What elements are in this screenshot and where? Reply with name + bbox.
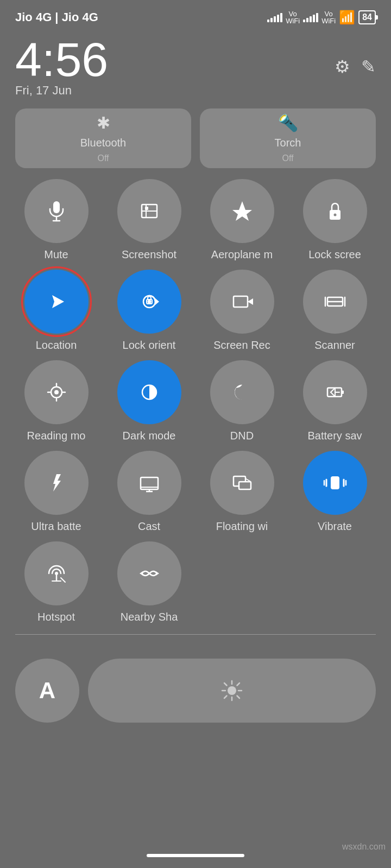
vibrate-label: Vibrate	[318, 520, 352, 533]
screenshot-tile[interactable]: Screenshot	[108, 179, 190, 261]
scanner-label: Scanner	[314, 339, 355, 352]
ultrabattery-label: Ultra batte	[31, 520, 81, 533]
location-icon	[45, 290, 68, 314]
svg-point-11	[147, 300, 151, 304]
darkmode-tile[interactable]: Dark mode	[108, 360, 190, 442]
hotspot-circle	[24, 541, 89, 605]
scanner-tile[interactable]: Scanner	[294, 270, 376, 352]
mute-circle	[24, 179, 89, 243]
lockorient-circle	[117, 270, 181, 334]
location-tile[interactable]: Location	[15, 270, 97, 352]
dnd-tile[interactable]: DND	[201, 360, 283, 442]
screenshot-label: Screenshot	[122, 248, 176, 261]
svg-rect-5	[145, 207, 148, 210]
wifi-icon: 📶	[339, 10, 355, 25]
location-circle	[24, 270, 89, 334]
svg-marker-14	[248, 298, 253, 305]
svg-marker-51	[140, 571, 143, 576]
lockscreen-icon	[323, 199, 347, 223]
settings-gear-icon[interactable]: ⚙	[335, 56, 350, 77]
darkmode-icon	[137, 380, 161, 404]
ultrabattery-circle	[24, 451, 89, 515]
aeroplane-circle	[210, 179, 274, 243]
lockscreen-tile[interactable]: Lock scree	[294, 179, 376, 261]
lockorient-icon	[137, 290, 161, 314]
svg-point-7	[333, 214, 336, 216]
batterysave-tile[interactable]: Battery sav	[294, 360, 376, 442]
tiles-row5: Hotspot Nearby Sha	[0, 541, 391, 623]
screenrec-tile[interactable]: Screen Rec	[201, 270, 283, 352]
status-icons: VoWiFi VoWiFi 📶 84	[267, 10, 376, 25]
floatingwin-tile[interactable]: Floating wi	[201, 451, 283, 533]
font-size-button[interactable]: A	[15, 659, 79, 723]
nearbyshare-icon	[137, 561, 161, 585]
screenrec-circle	[210, 270, 274, 334]
partial-tiles-row: ✱ Bluetooth Off 🔦 Torch Off	[0, 108, 391, 168]
svg-line-61	[224, 696, 227, 699]
tiles-row4: Ultra batte Cast Floating wi	[0, 451, 391, 533]
vibrate-tile[interactable]: Vibrate	[294, 451, 376, 533]
nav-bar	[147, 854, 244, 857]
screenshot-circle	[117, 179, 181, 243]
nearbyshare-circle	[117, 541, 181, 605]
bluetooth-label: Bluetooth	[80, 137, 127, 149]
time-action-icons: ⚙ ✎	[335, 56, 376, 77]
batterysave-label: Battery sav	[307, 430, 362, 442]
lockorient-label: Lock orient	[123, 339, 176, 352]
tiles-row1: Mute Screenshot Aeroplane m	[0, 179, 391, 261]
brightness-icon	[221, 680, 243, 701]
vibrate-icon	[323, 471, 347, 495]
bluetooth-tile[interactable]: ✱ Bluetooth Off	[15, 108, 191, 168]
torch-label: Torch	[275, 137, 301, 149]
screenrec-label: Screen Rec	[213, 339, 270, 352]
divider	[15, 634, 376, 635]
lockscreen-circle	[303, 179, 367, 243]
torch-tile[interactable]: 🔦 Torch Off	[200, 108, 376, 168]
signal2-icon	[303, 13, 318, 22]
darkmode-circle	[117, 360, 181, 424]
bluetooth-status: Off	[97, 154, 109, 163]
floatingwin-circle	[210, 451, 274, 515]
mute-label: Mute	[44, 248, 68, 261]
lockorient-tile[interactable]: Lock orient	[108, 270, 190, 352]
vibrate-circle	[303, 451, 367, 515]
hotspot-tile[interactable]: Hotspot	[15, 541, 97, 623]
torch-icon: 🔦	[278, 113, 298, 132]
svg-line-59	[237, 696, 240, 699]
dnd-label: DND	[230, 430, 254, 442]
svg-marker-33	[53, 474, 61, 492]
darkmode-label: Dark mode	[123, 430, 176, 442]
ultrabattery-icon	[45, 471, 68, 495]
floatingwin-label: Floating wi	[216, 520, 268, 533]
status-bar: Jio 4G | Jio 4G VoWiFi VoWiFi 📶 84	[0, 0, 391, 30]
torch-status: Off	[282, 154, 293, 163]
hotspot-label: Hotspot	[37, 611, 75, 623]
dnd-circle	[210, 360, 274, 424]
edit-icon[interactable]: ✎	[361, 56, 376, 77]
mute-tile[interactable]: Mute	[15, 179, 97, 261]
batterysave-icon	[323, 380, 347, 404]
bottom-controls: A	[0, 646, 391, 723]
svg-rect-13	[234, 296, 248, 307]
tiles-row3: Reading mo Dark mode DND	[0, 360, 391, 442]
battery-indicator: 84	[358, 10, 376, 24]
svg-point-20	[54, 390, 59, 394]
cast-tile[interactable]: Cast	[108, 451, 190, 533]
cast-label: Cast	[138, 520, 160, 533]
screenrec-icon	[230, 290, 254, 314]
time-section: 4:56 Fri, 17 Jun ⚙ ✎	[0, 30, 391, 108]
readingmode-tile[interactable]: Reading mo	[15, 360, 97, 442]
readingmode-label: Reading mo	[27, 430, 86, 442]
cast-circle	[117, 451, 181, 515]
brightness-slider[interactable]	[88, 659, 376, 723]
svg-line-50	[61, 578, 65, 582]
ultrabattery-tile[interactable]: Ultra batte	[15, 451, 97, 533]
nearbyshare-tile[interactable]: Nearby Sha	[108, 541, 190, 623]
carrier-label: Jio 4G | Jio 4G	[15, 10, 98, 24]
aeroplane-tile[interactable]: Aeroplane m	[201, 179, 283, 261]
svg-rect-27	[342, 391, 344, 394]
lockscreen-label: Lock scree	[308, 248, 361, 261]
svg-line-60	[237, 683, 240, 686]
vowifi2-icon: VoWiFi	[321, 10, 336, 24]
svg-marker-8	[52, 295, 64, 308]
